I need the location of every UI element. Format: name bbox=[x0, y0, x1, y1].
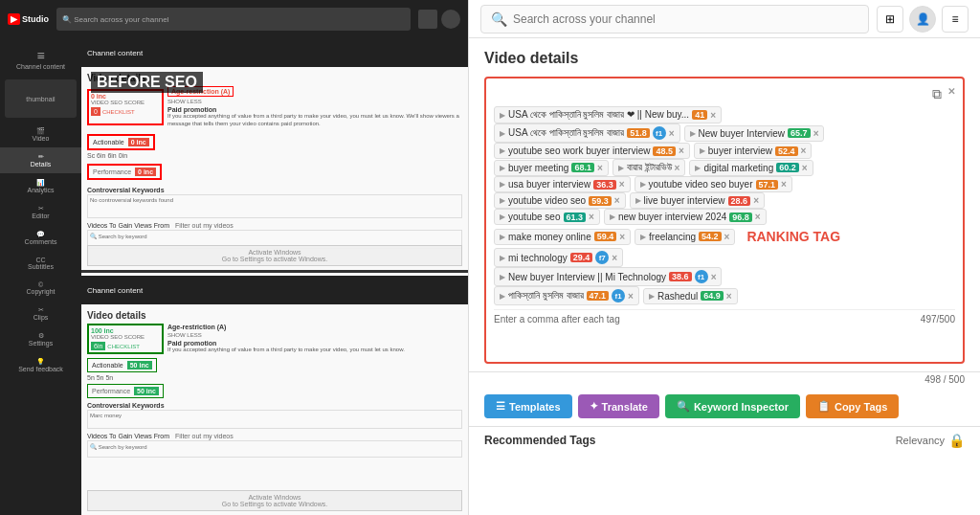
recommended-section: Recommended Tags Relevancy 🔒 bbox=[469, 427, 980, 454]
tag-text: USA থেকে পাকিস্তানি মুসলিম বাজার bbox=[508, 127, 624, 139]
sidebar-details[interactable]: ✏ Details bbox=[0, 147, 81, 173]
recommended-tags-title: Recommended Tags bbox=[484, 434, 595, 447]
tag-item[interactable]: ▶ youtube seo work buyer interview 48.5 … bbox=[494, 143, 690, 159]
keyword-inspector-button[interactable]: 🔍 Keyword Inspector bbox=[665, 394, 800, 418]
menu-button[interactable]: ≡ bbox=[942, 6, 969, 33]
search-input[interactable] bbox=[513, 12, 858, 26]
tag-item[interactable]: ▶ Rashedul 64.9 × bbox=[643, 288, 738, 304]
tag-remove-btn[interactable]: × bbox=[679, 146, 684, 156]
tag-remove-btn[interactable]: × bbox=[597, 163, 603, 173]
sidebar-copyright[interactable]: © Copyright bbox=[0, 276, 81, 301]
tag-text: USA থেকে পাকিস্তানি মুসলিম বাজার ❤ || Ne… bbox=[508, 109, 689, 121]
tag-score: 61.3 bbox=[564, 213, 587, 222]
tag-remove-btn[interactable]: × bbox=[801, 146, 807, 156]
before-seo-label: BEFORE SEO bbox=[91, 72, 203, 93]
templates-button[interactable]: ☰ Templates bbox=[484, 394, 572, 418]
tag-item[interactable]: ▶ freelancing 54.2 × bbox=[635, 229, 735, 245]
play-icon: ▶ bbox=[640, 180, 646, 189]
tag-remove-btn[interactable]: × bbox=[724, 232, 730, 242]
keyword-icon: 🔍 bbox=[677, 400, 690, 413]
tag-remove-btn[interactable]: × bbox=[619, 179, 625, 190]
tag-item[interactable]: ▶ youtube seo 61.3 × bbox=[494, 209, 600, 225]
tag-item[interactable]: ▶ make money online 59.4 × bbox=[494, 229, 631, 245]
tag-badge: f7 bbox=[595, 251, 609, 264]
tag-item[interactable]: ▶ USA থেকে পাকিস্তানি মুসলিম বাজার 51.8 … bbox=[494, 123, 680, 143]
tag-item[interactable]: ▶ বায়ার ইন্টারভিউ × bbox=[612, 159, 686, 176]
tag-text: buyer interview bbox=[708, 146, 772, 156]
copy-tags-button[interactable]: 📋 Copy Tags bbox=[806, 394, 899, 418]
tag-remove-btn[interactable]: × bbox=[710, 110, 716, 121]
play-icon: ▶ bbox=[640, 233, 646, 241]
play-icon: ▶ bbox=[500, 111, 505, 120]
translate-button[interactable]: ✦ Translate bbox=[578, 394, 659, 418]
tag-item[interactable]: ▶ new buyer interview 2024 96.8 × bbox=[604, 209, 767, 225]
tag-item[interactable]: ▶ USA থেকে পাকিস্তানি মুসলিম বাজার ❤ || … bbox=[494, 106, 722, 123]
tag-item[interactable]: ▶ New buyer Interview 65.7 × bbox=[684, 125, 825, 142]
tag-score: 64.9 bbox=[701, 291, 724, 301]
tags-row-4: ▶ buyer meeting 68.1 × ▶ বায়ার ইন্টারভি… bbox=[494, 159, 955, 176]
tag-item[interactable]: ▶ mi technology 29.4 f7 × bbox=[494, 248, 623, 267]
sidebar-channel-content[interactable]: ≡ Channel content bbox=[0, 42, 81, 76]
tags-row-3: ▶ youtube seo work buyer interview 48.5 … bbox=[494, 143, 955, 159]
tag-item[interactable]: ▶ buyer interview 52.4 × bbox=[694, 143, 813, 159]
tag-text: mi technology bbox=[508, 253, 568, 263]
tag-remove-btn[interactable]: × bbox=[802, 163, 808, 173]
tag-item[interactable]: ▶ youtube video seo 59.3 × bbox=[494, 192, 626, 209]
tags-row-5: ▶ usa buyer interview 36.3 × ▶ youtube v… bbox=[494, 176, 955, 192]
before-score-box: 0 inc VIDEO SEO SCORE 0 CHECKLIST bbox=[87, 89, 164, 125]
search-icon: 🔍 bbox=[491, 11, 507, 27]
tag-text: freelancing bbox=[649, 232, 696, 242]
sidebar-video[interactable]: 🎬 Video bbox=[0, 122, 81, 147]
left-panel: ▶ Studio 🔍 Search across your channel ≡ … bbox=[0, 0, 469, 515]
after-seo-section: Channel content AFTER SEO Video details … bbox=[81, 276, 468, 515]
tag-text: new buyer interview 2024 bbox=[618, 212, 726, 222]
tag-item[interactable]: ▶ youtube video seo buyer 57.1 × bbox=[635, 176, 792, 192]
tag-remove-btn[interactable]: × bbox=[755, 212, 761, 222]
tag-item[interactable]: ▶ usa buyer interview 36.3 × bbox=[494, 176, 631, 192]
play-icon: ▶ bbox=[500, 292, 505, 301]
sidebar-comments[interactable]: 💬 Comments bbox=[0, 225, 81, 251]
tag-remove-btn[interactable]: × bbox=[711, 272, 717, 282]
tag-item[interactable]: ▶ live buyer interview 28.6 × bbox=[630, 192, 765, 209]
tag-score: 65.7 bbox=[788, 128, 811, 138]
tag-item[interactable]: ▶ buyer meeting 68.1 × bbox=[494, 160, 609, 176]
tag-item[interactable]: ▶ digital marketing 60.2 × bbox=[689, 160, 813, 176]
sidebar-settings[interactable]: ⚙ Settings bbox=[0, 326, 81, 352]
sidebar-editor[interactable]: ✂ Editor bbox=[0, 199, 81, 225]
tags-container[interactable]: ⧉ ✕ ▶ USA থেকে পাকিস্তানি মুসলিম বাজার ❤… bbox=[484, 77, 965, 364]
search-wrapper[interactable]: 🔍 bbox=[480, 5, 869, 34]
sidebar-feedback[interactable]: 💡 Send feedback bbox=[0, 352, 81, 378]
tag-remove-btn[interactable]: × bbox=[781, 179, 787, 190]
tag-score: 41 bbox=[692, 110, 707, 120]
tag-score: 48.5 bbox=[653, 146, 676, 156]
copy-all-icon[interactable]: ⧉ bbox=[932, 86, 942, 102]
tag-text: New buyer Interview bbox=[699, 128, 786, 139]
tag-remove-btn[interactable]: × bbox=[619, 232, 625, 242]
profile-button[interactable]: 👤 bbox=[909, 6, 936, 33]
tag-remove-btn[interactable]: × bbox=[628, 291, 634, 302]
before-actionable-box: Actionable 0 inc bbox=[87, 134, 155, 150]
grid-view-button[interactable]: ⊞ bbox=[877, 6, 903, 33]
tag-score: 52.4 bbox=[775, 146, 798, 156]
sidebar-subtitles[interactable]: CC Subtitles bbox=[0, 251, 81, 276]
templates-icon: ☰ bbox=[496, 400, 505, 413]
tag-remove-btn[interactable]: × bbox=[669, 128, 675, 139]
sidebar-analytics[interactable]: 📊 Analytics bbox=[0, 173, 81, 199]
tag-item[interactable]: ▶ পাকিস্তানি মুসলিম বাজার 47.1 f1 × bbox=[494, 286, 639, 305]
yt-search-bar[interactable]: 🔍 Search across your channel bbox=[56, 8, 411, 31]
tag-remove-btn[interactable]: × bbox=[813, 128, 819, 139]
tag-remove-btn[interactable]: × bbox=[675, 163, 680, 173]
sidebar-clips[interactable]: ✂ Clips bbox=[0, 301, 81, 326]
after-score-box: 100 inc VIDEO SEO SCORE 6in CHECKLIST bbox=[87, 324, 164, 354]
close-tags-button[interactable]: ✕ bbox=[947, 86, 955, 102]
tag-item[interactable]: ▶ New buyer Interview || Mi Technology 3… bbox=[494, 267, 722, 286]
tag-remove-btn[interactable]: × bbox=[612, 253, 617, 263]
tag-score: 51.8 bbox=[627, 128, 650, 138]
tag-remove-btn[interactable]: × bbox=[614, 195, 620, 206]
play-icon: ▶ bbox=[500, 164, 505, 172]
tag-remove-btn[interactable]: × bbox=[726, 291, 732, 302]
tag-remove-btn[interactable]: × bbox=[753, 195, 759, 206]
tags-row-9: ▶ mi technology 29.4 f7 × bbox=[494, 248, 955, 267]
tag-score: 47.1 bbox=[587, 291, 610, 301]
tag-remove-btn[interactable]: × bbox=[589, 212, 594, 222]
